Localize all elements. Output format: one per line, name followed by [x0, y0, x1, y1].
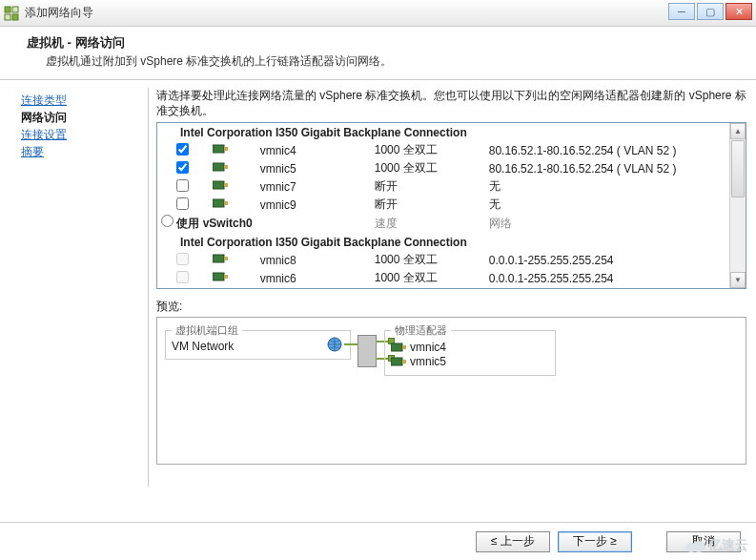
nic-checkbox[interactable] [176, 161, 189, 174]
nic-network: 无 [485, 177, 729, 196]
nic-checkbox[interactable] [176, 271, 189, 283]
scroll-down-icon[interactable]: ▼ [730, 272, 746, 288]
step-connection-settings[interactable]: 连接设置 [21, 126, 142, 143]
scroll-thumb[interactable] [731, 140, 745, 197]
svg-rect-17 [391, 343, 402, 351]
table-row: vmnic4 1000 全双工 80.16.52.1-80.16.52.254 … [157, 141, 729, 159]
nic-icon [213, 197, 228, 209]
nic-name: vmnic7 [256, 177, 371, 196]
step-summary[interactable]: 摘要 [21, 143, 142, 160]
nic-network: 0.0.0.1-255.255.255.254 [485, 269, 729, 287]
vswitch-row: 使用 vSwitch0 速度 网络 [157, 214, 729, 233]
svg-rect-1 [12, 7, 18, 12]
next-button[interactable]: 下一步 ≥ [558, 531, 632, 552]
nic-icon [213, 271, 228, 282]
nic-checkbox[interactable] [176, 253, 189, 265]
nic-speed: 1000 全双工 [371, 251, 485, 269]
svg-rect-0 [5, 7, 10, 12]
globe-icon [327, 337, 342, 352]
nic-name: vmnic6 [256, 269, 371, 287]
adapter-line: vmnic4 [391, 341, 549, 354]
nic-checkbox[interactable] [176, 197, 189, 210]
svg-rect-10 [213, 199, 224, 207]
svg-rect-15 [224, 275, 228, 279]
table-row: vmnic7 断开 无 [157, 177, 729, 196]
nic-icon [391, 342, 406, 353]
window-title: 添加网络向导 [25, 5, 93, 21]
nic-network: 80.16.52.1-80.16.52.254 ( VLAN 52 ) [485, 159, 729, 177]
back-button[interactable]: ≤ 上一步 [476, 531, 550, 552]
adapter-table: Intel Corporation I350 Gigabit Backplane… [156, 122, 746, 289]
nic-icon [391, 356, 406, 367]
nic-network: 80.16.52.1-80.16.52.254 ( VLAN 52 ) [485, 141, 729, 159]
svg-rect-20 [402, 360, 406, 363]
table-row: vmnic8 1000 全双工 0.0.0.1-255.255.255.254 [157, 251, 729, 269]
nic-network: 无 [485, 196, 729, 214]
nic-group-header: Intel Corporation I350 Gigabit Backplane… [157, 233, 729, 251]
nic-speed: 断开 [371, 177, 485, 196]
svg-rect-2 [5, 14, 10, 20]
scroll-up-icon[interactable]: ▲ [730, 123, 746, 139]
nic-group-header: Intel Corporation I350 Gigabit Backplane… [157, 123, 729, 141]
adapter-name: vmnic4 [410, 341, 446, 354]
nic-speed: 1000 全双工 [371, 141, 485, 159]
svg-rect-19 [391, 358, 402, 365]
nic-speed: 1000 全双工 [371, 159, 485, 177]
cloud-icon [684, 538, 706, 553]
nic-speed: 1000 全双工 [371, 269, 485, 287]
svg-rect-5 [224, 147, 228, 151]
portgroup-name: VM Network [172, 340, 344, 353]
svg-rect-18 [402, 345, 406, 349]
speed-header: 速度 [371, 214, 485, 233]
vertical-scrollbar[interactable]: ▲ ▼ [729, 123, 746, 288]
window-buttons: ─ ▢ ✕ [668, 3, 752, 20]
adapters-fieldset: 物理适配器 vmnic4 vmnic5 [384, 323, 556, 376]
adapter-name: vmnic5 [410, 355, 446, 368]
portgroup-fieldset: 虚拟机端口组 VM Network [165, 323, 351, 360]
main-panel: 请选择要处理此连接网络流量的 vSphere 标准交换机。您也可以使用以下列出的… [149, 80, 756, 490]
svg-rect-13 [224, 257, 228, 260]
nic-checkbox[interactable] [176, 143, 189, 156]
network-header: 网络 [485, 214, 729, 233]
vswitch-bar [358, 335, 377, 367]
svg-point-22 [692, 541, 705, 552]
table-row: vmnic6 1000 全双工 0.0.0.1-255.255.255.254 [157, 269, 729, 287]
svg-rect-9 [224, 183, 228, 187]
svg-rect-11 [224, 201, 228, 205]
titlebar: 添加网络向导 ─ ▢ ✕ [0, 0, 756, 27]
step-connection-type[interactable]: 连接类型 [21, 92, 142, 109]
close-button[interactable]: ✕ [725, 3, 752, 20]
connector-line [344, 343, 358, 345]
maximize-button[interactable]: ▢ [697, 3, 724, 20]
app-icon [4, 6, 19, 21]
svg-rect-8 [213, 181, 224, 189]
nic-name: vmnic4 [256, 141, 371, 159]
nic-icon [213, 253, 228, 264]
preview-box: 虚拟机端口组 VM Network 物理适配器 vmnic4 [156, 317, 746, 465]
step-network-access[interactable]: 网络访问 [21, 109, 142, 126]
nic-name: vmnic8 [256, 251, 371, 269]
adapter-line: vmnic5 [391, 355, 549, 368]
vswitch-label: 使用 vSwitch0 [176, 217, 252, 230]
preview-label: 预览: [156, 299, 746, 315]
nic-name: vmnic9 [256, 196, 371, 214]
minimize-button[interactable]: ─ [668, 3, 695, 20]
portgroup-legend: 虚拟机端口组 [172, 323, 242, 338]
nic-icon [213, 179, 228, 191]
wizard-header: 虚拟机 - 网络访问 虚拟机通过附加到 vSphere 标准交换机的上行链路适配… [0, 27, 756, 79]
svg-rect-7 [224, 165, 228, 169]
nic-icon [213, 161, 228, 173]
svg-rect-14 [213, 273, 224, 280]
adapters-legend: 物理适配器 [391, 323, 451, 338]
svg-rect-3 [12, 14, 18, 20]
nic-icon [213, 143, 228, 155]
svg-rect-12 [213, 255, 224, 262]
nic-checkbox[interactable] [176, 179, 189, 192]
instruction-text: 请选择要处理此连接网络流量的 vSphere 标准交换机。您也可以使用以下列出的… [156, 88, 746, 118]
wizard-steps: 连接类型 网络访问 连接设置 摘要 [0, 80, 148, 490]
nic-name: vmnic5 [256, 159, 371, 177]
nic-speed: 断开 [371, 196, 485, 214]
page-subtitle: 虚拟机通过附加到 vSphere 标准交换机的上行链路适配器访问网络。 [46, 53, 737, 70]
use-vswitch-radio[interactable] [161, 215, 174, 227]
nic-network: 0.0.0.1-255.255.255.254 [485, 251, 729, 269]
